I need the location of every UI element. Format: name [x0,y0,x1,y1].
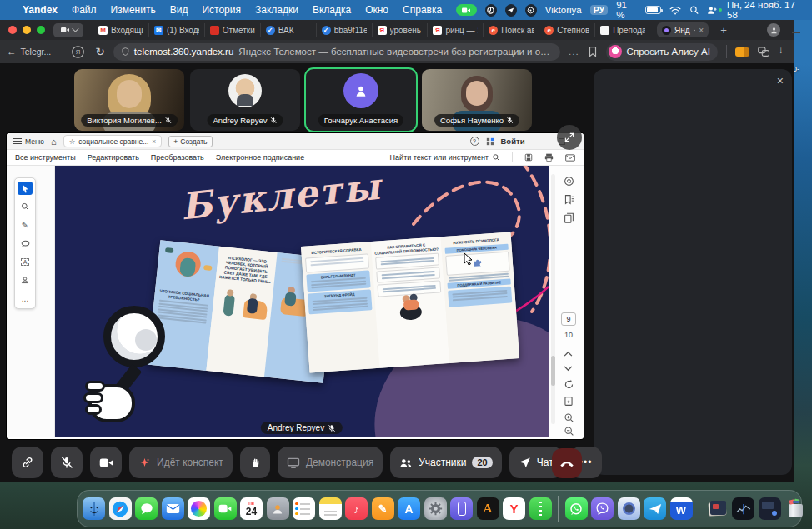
viber-tray-icon[interactable] [525,4,537,17]
screen-recording-indicator-icon[interactable] [456,4,476,16]
participants-button[interactable]: Участники 20 [390,447,502,478]
tab-poisk[interactable]: e Поиск ав [484,23,539,37]
next-page-icon[interactable] [564,366,573,372]
menubar-clock[interactable]: Пн, 24 нояб. 17 58 [727,0,804,20]
close-doc-icon[interactable]: × [152,137,156,146]
pdf-minimize-button[interactable]: — [539,137,546,146]
menubar-item-edit[interactable]: Изменить [111,4,156,16]
page-number-input[interactable]: 9 [561,312,576,326]
stamp-tool[interactable] [18,273,33,287]
tab-prepoda[interactable]: Препода [595,23,650,37]
previous-page-icon[interactable] [564,351,573,357]
share-screen-button[interactable]: Демонстрация [278,447,383,478]
tab-bba9f11e[interactable]: ✓ bba9f11e [317,23,373,37]
pdf-login-button[interactable]: Войти [501,137,525,146]
tab-otmetki[interactable]: Отметки [205,23,261,37]
participant-tile-goncharuk-active-speaker[interactable]: Гончарук Анастасия [306,69,416,131]
tab-stepnova[interactable]: e Степнова [539,23,595,37]
tab-rinc[interactable]: Я ринц — Я [428,23,484,37]
pdf-convert[interactable]: Преобразовать [151,153,204,162]
end-call-button[interactable] [552,448,582,478]
tab-gmail[interactable]: M Входящи [93,23,149,37]
tab-telemost-active[interactable]: Янд × [657,22,709,37]
select-tool[interactable] [18,182,33,195]
menubar-item-window[interactable]: Окно [365,4,388,16]
tab-camera-indicator[interactable] [53,23,83,37]
profile-avatar[interactable] [767,23,780,37]
help-icon[interactable]: ? [470,137,479,146]
reload-icon[interactable]: ↻ [95,45,105,58]
copy-link-button[interactable] [12,447,43,478]
back-button[interactable]: ← Telegr... [7,47,51,57]
camera-button[interactable] [90,447,122,478]
dock-music-icon[interactable]: ♪ [345,497,368,520]
participant-tile-andrey[interactable]: Andrey Repyev [190,69,300,131]
comments-icon[interactable] [564,176,574,187]
dock-notes-icon[interactable] [319,497,342,520]
menubar-app-name[interactable]: Yandex [23,4,58,16]
pdf-menu-button[interactable]: Меню [13,137,44,146]
dock-whatsapp-icon[interactable] [565,497,588,520]
battery-icon[interactable] [645,6,661,14]
dock-word-icon[interactable]: W [670,497,693,520]
dock-contacts-icon[interactable] [267,497,289,520]
text-box-tool[interactable]: A [18,255,33,268]
close-panel-icon[interactable]: × [777,74,784,87]
rotate-icon[interactable] [564,379,574,390]
url-field[interactable]: telemost.360.yandex.ru Яндекс Телемост —… [113,43,560,61]
close-window-button[interactable] [8,26,17,34]
bookmarks-panel-icon[interactable] [564,194,574,205]
fit-page-icon[interactable] [564,396,574,407]
dock-alice-icon[interactable] [618,497,640,520]
dock-settings-icon[interactable] [424,497,447,520]
dock-viber-icon[interactable] [591,497,614,520]
pdf-search[interactable]: Найти текст или инструмент [390,153,500,162]
menubar-item-history[interactable]: История [202,4,241,16]
dock-downloads-stack-icon[interactable] [706,497,729,520]
dock-appstore-icon[interactable]: A [398,497,420,520]
minimize-window-button[interactable] [23,26,31,34]
dock-telegram-icon[interactable] [644,497,666,520]
dock-keka-icon[interactable] [529,497,552,520]
pdf-scrollbar[interactable] [551,174,555,424]
tab-mail[interactable]: ✉ (1) Входя [149,23,205,37]
menubar-item-bookmarks[interactable]: Закладки [255,4,298,16]
dock-pages-icon[interactable]: ✎ [372,497,394,520]
url-more-icon[interactable]: ... [569,47,579,57]
tab-audio-icon[interactable] [694,27,696,34]
apps-grid-icon[interactable] [486,137,494,146]
wallet-extension-icon[interactable] [735,47,749,57]
menubar-item-view[interactable]: Вид [170,4,188,16]
microphone-muted-button[interactable] [51,447,83,478]
dock-facetime-icon[interactable] [214,497,237,520]
yandex-tray-icon[interactable] [485,4,497,17]
menubar-item-file[interactable]: Файл [72,4,97,16]
new-tab-button[interactable]: + [717,23,730,37]
telegram-tray-icon[interactable] [505,4,517,17]
lasso-tool[interactable] [18,237,33,250]
menubar-item-tab[interactable]: Вкладка [313,4,351,16]
close-tab-icon[interactable]: × [699,26,704,35]
dock-messages-icon[interactable] [135,497,158,520]
bookmark-icon[interactable] [588,46,598,57]
notes-in-progress-button[interactable]: Идёт конспект [129,447,233,478]
pdf-edit[interactable]: Редактировать [88,153,139,162]
input-language-badge[interactable]: РУ [590,5,608,15]
participant-tile-sofia[interactable]: Софья Науменко [422,69,532,131]
window-traffic-lights[interactable] [8,26,45,34]
star-icon[interactable]: ☆ [69,137,76,146]
raise-hand-button[interactable] [240,447,270,478]
dock-safari-icon[interactable] [109,497,132,520]
dock-yandex-browser-icon[interactable]: Y [503,497,525,520]
dock-iphone-mirroring-icon[interactable] [450,497,473,520]
dock-mail-icon[interactable] [162,497,184,520]
dock-photos-icon[interactable] [188,497,210,520]
dock-reminders-icon[interactable] [293,497,315,520]
home-icon[interactable]: ⌂ [51,137,57,147]
dock-trash-icon[interactable] [784,497,807,520]
menubar-item-help[interactable]: Справка [403,4,442,16]
zoom-tool[interactable] [18,200,33,213]
wifi-icon[interactable] [669,6,681,15]
ask-alice-button[interactable]: Спросить Алису AI [606,43,718,61]
spotlight-search-icon[interactable] [689,5,699,15]
